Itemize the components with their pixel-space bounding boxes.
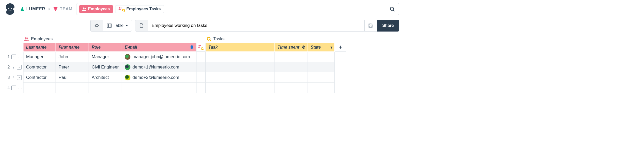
col-header-last-name[interactable]: Last name xyxy=(23,43,56,52)
cell-time[interactable] xyxy=(275,72,308,83)
avatar xyxy=(125,75,130,80)
collapse-toggle[interactable]: − xyxy=(11,55,16,59)
svg-point-2 xyxy=(54,8,55,9)
cell-role[interactable]: Manager xyxy=(89,52,122,62)
add-column-button[interactable]: + xyxy=(335,43,346,52)
table-title-tasks: Tasks xyxy=(206,35,335,43)
chip-employees[interactable]: Employees xyxy=(79,5,113,13)
chip-employees-tasks[interactable]: Employees Tasks xyxy=(115,5,164,13)
cell-first-name[interactable]: Peter xyxy=(56,62,89,72)
svg-point-5 xyxy=(123,9,125,11)
cell-state[interactable] xyxy=(308,52,335,62)
svg-rect-7 xyxy=(107,24,111,27)
link-icon xyxy=(198,44,204,50)
svg-point-10 xyxy=(201,48,203,49)
pizza-icon xyxy=(53,7,58,11)
app-logo[interactable] xyxy=(4,3,17,16)
cell-last-name[interactable]: Contractor xyxy=(23,72,56,83)
col-header-first-name[interactable]: First name xyxy=(56,43,89,52)
collapse-toggle[interactable]: − xyxy=(17,75,22,80)
search-button[interactable] xyxy=(388,5,396,13)
cell-time[interactable] xyxy=(275,83,308,93)
link-icon xyxy=(119,7,125,11)
cell-state[interactable] xyxy=(308,72,335,83)
cell-email[interactable]: demo+2@lumeerio.com xyxy=(122,72,196,83)
breadcrumb-org[interactable]: LUMEER xyxy=(26,7,45,11)
cell-state[interactable] xyxy=(308,62,335,72)
link-column-header[interactable] xyxy=(196,43,206,52)
table-row[interactable]: Manager John Manager manager.john@lumeer… xyxy=(23,52,196,62)
col-header-role[interactable]: Role xyxy=(89,43,122,52)
collapse-toggle[interactable]: − xyxy=(17,65,22,70)
cell-task[interactable] xyxy=(206,62,275,72)
table-row-empty[interactable] xyxy=(23,83,196,93)
avatar xyxy=(125,64,130,70)
col-header-time-spent[interactable]: Time spent⏱ xyxy=(275,43,308,52)
svg-rect-8 xyxy=(370,24,371,25)
cell-task[interactable] xyxy=(206,72,275,83)
col-header-task[interactable]: Task xyxy=(206,43,275,52)
svg-point-3 xyxy=(56,9,56,9)
stopwatch-icon: ⏱ xyxy=(302,45,305,49)
breadcrumb: LUMEER TEAM xyxy=(20,7,73,11)
caret-down-icon xyxy=(125,24,128,27)
breadcrumb-team[interactable]: TEAM xyxy=(60,7,73,11)
avatar xyxy=(125,54,130,60)
svg-point-4 xyxy=(55,10,56,10)
search-bar[interactable]: Employees Employees Tasks xyxy=(76,3,399,15)
chip-label: Employees xyxy=(88,7,110,11)
row-menu-icon[interactable]: ⋯ xyxy=(18,54,22,60)
visibility-button[interactable] xyxy=(90,20,103,32)
cell-last-name[interactable]: Manager xyxy=(23,52,56,62)
chip-label: Employees Tasks xyxy=(126,7,161,11)
view-name-input[interactable] xyxy=(148,20,364,32)
save-button[interactable] xyxy=(365,20,377,32)
col-header-email[interactable]: E-mail👤 xyxy=(122,43,196,52)
view-type-select[interactable]: Table xyxy=(103,20,132,32)
chevron-right-icon xyxy=(48,7,51,11)
user-icon: 👤 xyxy=(190,45,194,49)
cell-email[interactable]: manager.john@lumeerio.com xyxy=(122,52,196,62)
cell-first-name[interactable]: John xyxy=(56,52,89,62)
link-cell[interactable] xyxy=(196,72,206,83)
view-type-label: Table xyxy=(114,23,123,28)
link-cell[interactable] xyxy=(196,62,206,72)
svg-point-6 xyxy=(390,7,394,11)
drag-handle-icon[interactable]: ⋮ xyxy=(11,65,15,70)
row-menu-icon[interactable]: ⋯ xyxy=(18,85,22,91)
share-button[interactable]: Share xyxy=(377,20,399,32)
drag-handle-icon[interactable]: ⋮ xyxy=(11,75,15,80)
svg-point-11 xyxy=(207,37,210,40)
cell-last-name[interactable]: Contractor xyxy=(23,62,56,72)
collapse-toggle[interactable]: − xyxy=(11,86,16,90)
row-gutter: 1−⋯ 2⋮− 3⋮− 4−⋯ xyxy=(4,35,23,93)
flask-icon xyxy=(20,7,24,11)
cell-role[interactable]: Architect xyxy=(89,72,122,83)
row-number: 1 xyxy=(6,55,10,59)
row-number: 2 xyxy=(6,65,10,70)
table-row[interactable]: Contractor Paul Architect demo+2@lumeeri… xyxy=(23,72,196,83)
svg-point-1 xyxy=(11,8,12,9)
svg-point-0 xyxy=(8,8,9,9)
svg-rect-9 xyxy=(370,26,372,27)
cell-role[interactable]: Civil Engineer xyxy=(89,62,122,72)
cell-first-name[interactable]: Paul xyxy=(56,72,89,83)
cell-task[interactable] xyxy=(206,52,275,62)
cell-email[interactable]: demo+1@lumeerio.com xyxy=(122,62,196,72)
row-number: 4 xyxy=(6,86,10,90)
cell-task[interactable] xyxy=(206,83,275,93)
link-cell[interactable] xyxy=(196,83,206,93)
cell-time[interactable] xyxy=(275,52,308,62)
document-icon-button[interactable] xyxy=(135,20,148,32)
col-header-state[interactable]: State▾ xyxy=(308,43,335,52)
users-icon xyxy=(82,7,87,11)
dropdown-icon: ▾ xyxy=(331,45,332,49)
table-title-employees: Employees xyxy=(23,35,196,43)
link-cell[interactable] xyxy=(196,52,206,62)
row-number: 3 xyxy=(6,75,10,80)
cell-time[interactable] xyxy=(275,62,308,72)
table-row[interactable]: Contractor Peter Civil Engineer demo+1@l… xyxy=(23,62,196,72)
cell-state[interactable] xyxy=(308,83,335,93)
